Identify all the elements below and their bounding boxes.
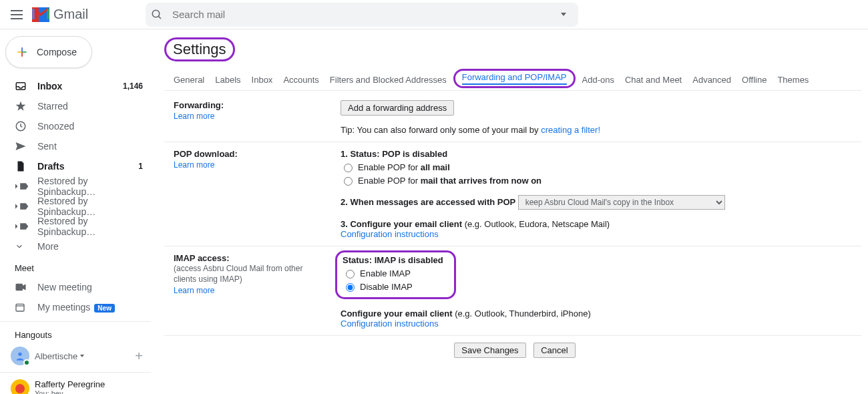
forwarding-label: Forwarding: <box>174 100 224 110</box>
settings-panel: Settings General Labels Inbox Accounts F… <box>151 29 868 394</box>
label-icon <box>15 182 29 191</box>
cancel-button[interactable]: Cancel <box>533 343 575 358</box>
tab-general[interactable]: General <box>164 71 210 90</box>
sidebar-item-label: Restored by Spinbackup… <box>37 196 143 217</box>
imap-sublabel: (access Asbru Cloud Mail from other clie… <box>174 263 326 284</box>
sidebar-item-label: More <box>37 241 143 252</box>
add-icon[interactable]: + <box>135 349 143 364</box>
chevron-down-icon <box>80 355 84 357</box>
sidebar-item-label: Restored by Spinbackup… <box>37 216 143 237</box>
save-changes-button[interactable]: Save Changes <box>454 343 525 358</box>
sidebar-item-drafts[interactable]: Drafts 1 <box>0 156 151 176</box>
radio-input[interactable] <box>346 283 355 292</box>
compose-button[interactable]: Compose <box>5 36 92 68</box>
pop-action-select[interactable]: keep Asbru Cloud Mail's copy in the Inbo… <box>518 195 725 210</box>
drafts-count: 1 <box>138 162 143 171</box>
pop-enable-new-option[interactable]: Enable POP for mail that arrives from no… <box>341 175 856 186</box>
sidebar-item-label-restored[interactable]: Restored by Spinbackup… <box>0 196 151 216</box>
page-title: Settings <box>164 37 235 61</box>
send-icon <box>15 140 29 152</box>
plus-icon <box>15 45 29 59</box>
tab-addons[interactable]: Add-ons <box>577 71 620 90</box>
tab-chat-meet[interactable]: Chat and Meet <box>620 71 687 90</box>
sidebar-item-label: Drafts <box>37 161 138 172</box>
tab-filters[interactable]: Filters and Blocked Addresses <box>324 71 452 90</box>
inbox-icon <box>15 80 29 92</box>
imap-enable-option[interactable]: Enable IMAP <box>343 268 443 278</box>
imap-label-cell: IMAP access: (access Asbru Cloud Mail fr… <box>164 246 331 336</box>
pop-config-instructions-link[interactable]: Configuration instructions <box>341 229 439 239</box>
meet-section-title: Meet <box>0 256 151 277</box>
settings-table: Forwarding: Learn more Add a forwarding … <box>164 93 861 365</box>
sidebar-item-snoozed[interactable]: Snoozed <box>0 116 151 136</box>
sidebar: Compose Inbox 1,146 Starred Snoozed Sent… <box>0 29 151 394</box>
pop-row: POP download: Learn more 1. Status: POP … <box>164 142 861 246</box>
calendar-icon <box>15 302 29 313</box>
search-bar[interactable] <box>146 3 578 27</box>
sidebar-item-label-restored[interactable]: Restored by Spinbackup… <box>0 176 151 196</box>
imap-configure: Configure your email client (e.g. Outloo… <box>341 309 856 329</box>
avatar-icon <box>11 379 29 394</box>
sidebar-item-more[interactable]: More <box>0 236 151 256</box>
sidebar-item-label: Snoozed <box>37 121 143 132</box>
new-badge: New <box>94 304 115 313</box>
imap-disable-option[interactable]: Disable IMAP <box>343 281 443 292</box>
radio-input[interactable] <box>344 177 353 186</box>
hangouts-username: Albertische <box>35 351 77 361</box>
sidebar-item-sent[interactable]: Sent <box>0 136 151 156</box>
tab-accounts[interactable]: Accounts <box>278 71 324 90</box>
search-input[interactable] <box>171 8 561 21</box>
pop-label-cell: POP download: Learn more <box>164 142 331 246</box>
radio-input[interactable] <box>344 164 353 172</box>
product-name: Gmail <box>53 7 88 22</box>
clock-icon <box>15 120 29 132</box>
sidebar-item-label-restored[interactable]: Restored by Spinbackup… <box>0 216 151 236</box>
label-icon <box>15 202 29 211</box>
hangouts-conversation[interactable]: Rafferty Peregrine You: hey <box>0 374 151 394</box>
pop-content: 1. Status: POP is disabled Enable POP fo… <box>331 142 861 246</box>
conversation-preview: You: hey <box>35 389 105 394</box>
settings-tabs: General Labels Inbox Accounts Filters an… <box>164 71 861 91</box>
sidebar-item-label: My meetingsNew <box>37 302 143 313</box>
file-icon <box>15 160 29 172</box>
divider <box>0 372 151 373</box>
search-icon <box>151 9 163 21</box>
conversation-text: Rafferty Peregrine You: hey <box>35 380 105 394</box>
pop-when-accessed: 2. When messages are accessed with POP k… <box>341 195 856 210</box>
sidebar-item-my-meetings[interactable]: My meetingsNew <box>0 297 151 317</box>
imap-config-instructions-link[interactable]: Configuration instructions <box>341 319 439 329</box>
imap-learn-more-link[interactable]: Learn more <box>174 286 326 295</box>
radio-input[interactable] <box>346 270 355 278</box>
tab-forwarding-pop-imap[interactable]: Forwarding and POP/IMAP <box>453 69 576 88</box>
pop-learn-more-link[interactable]: Learn more <box>174 160 326 170</box>
gmail-logo[interactable]: Gmail <box>32 7 146 22</box>
imap-highlight: Status: IMAP is disabled Enable IMAP Dis… <box>335 250 456 299</box>
forwarding-tip: Tip: You can also forward only some of y… <box>341 125 856 135</box>
avatar-icon <box>11 347 29 365</box>
search-options-icon[interactable] <box>561 13 566 16</box>
chevron-down-icon <box>15 242 29 251</box>
tab-advanced[interactable]: Advanced <box>687 71 736 90</box>
create-filter-link[interactable]: creating a filter! <box>541 125 600 135</box>
pop-enable-all-option[interactable]: Enable POP for all mail <box>341 162 856 172</box>
sidebar-item-starred[interactable]: Starred <box>0 96 151 116</box>
tab-labels[interactable]: Labels <box>210 71 246 90</box>
tab-themes[interactable]: Themes <box>772 71 814 90</box>
tab-inbox[interactable]: Inbox <box>246 71 278 90</box>
sidebar-item-inbox[interactable]: Inbox 1,146 <box>0 76 151 96</box>
gmail-m-icon <box>32 7 49 22</box>
compose-label: Compose <box>37 47 77 57</box>
pop-label: POP download: <box>174 149 238 159</box>
tab-offline[interactable]: Offline <box>736 71 772 90</box>
sidebar-item-new-meeting[interactable]: New meeting <box>0 277 151 297</box>
label-icon <box>15 222 29 231</box>
forwarding-row: Forwarding: Learn more Add a forwarding … <box>164 93 861 142</box>
pop-configure: 3. Configure your email client (e.g. Out… <box>341 219 856 239</box>
hangouts-current-user[interactable]: Albertische + <box>0 344 151 365</box>
menu-icon[interactable] <box>11 7 27 23</box>
footer-buttons: Save Changes Cancel <box>164 336 861 365</box>
sidebar-item-label: Sent <box>37 141 143 152</box>
add-forwarding-address-button[interactable]: Add a forwarding address <box>341 100 454 116</box>
conversation-name: Rafferty Peregrine <box>35 380 105 389</box>
forwarding-learn-more-link[interactable]: Learn more <box>174 112 326 121</box>
